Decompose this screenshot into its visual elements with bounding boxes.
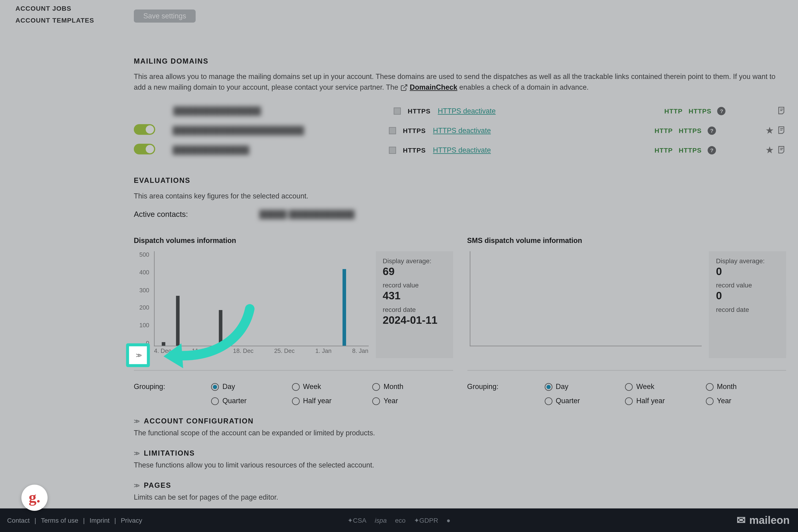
mailing-domains-desc: This area allows you to manage the maili… [134, 71, 786, 93]
x-tick: 18. Dec [233, 347, 253, 358]
chevron-right-icon[interactable]: >> [134, 450, 138, 457]
y-tick: 300 [139, 287, 149, 293]
radio-month[interactable]: Month [706, 382, 786, 391]
active-contacts-value: █████ ████████████ [259, 210, 355, 218]
svg-line-0 [403, 85, 407, 89]
https-deactivate-link[interactable]: HTTPS deactivate [433, 126, 491, 135]
footer-link-terms[interactable]: Terms of use [41, 517, 78, 524]
brand-logo: ✉ maileon [737, 514, 790, 527]
radio-label: Quarter [222, 397, 247, 405]
radio-icon [372, 383, 380, 391]
footer-link-privacy[interactable]: Privacy [121, 517, 142, 524]
grouping-row: Grouping: DayWeekMonthQuarterHalf yearYe… [134, 382, 453, 405]
sidebar-item-account-jobs[interactable]: ACCOUNT JOBS [0, 2, 119, 14]
stat-date: 2024-01-11 [383, 314, 446, 327]
https-checkbox[interactable] [388, 147, 396, 154]
radio-icon [211, 383, 219, 391]
chart-bar [176, 296, 180, 346]
radio-day[interactable]: Day [545, 382, 625, 391]
save-settings-button[interactable]: Save settings [134, 10, 196, 23]
stat-label: Display average: [383, 257, 446, 264]
tutorial-highlight: >> [126, 343, 150, 367]
radio-icon [372, 397, 380, 405]
x-tick: 1. Jan [315, 347, 331, 358]
charts-row: Dispatch volumes information 500 400 300… [134, 235, 786, 405]
sidebar-item-account-templates[interactable]: ACCOUNT TEMPLATES [0, 14, 119, 26]
radio-label: Month [384, 382, 403, 391]
expander-desc: These functions allow you to limit vario… [134, 461, 786, 469]
https-checkbox[interactable] [388, 127, 396, 134]
stat-avg: 0 [716, 266, 779, 278]
stat-record: 431 [383, 290, 446, 302]
radio-label: Week [303, 382, 321, 391]
domain-toggle[interactable] [134, 144, 155, 154]
mail-icon: ✉ [737, 514, 745, 527]
chevron-right-icon[interactable]: >> [134, 482, 138, 489]
radio-week[interactable]: Week [292, 382, 373, 391]
chevron-right-icon[interactable]: >> [134, 418, 138, 425]
footer-link-imprint[interactable]: Imprint [90, 517, 110, 524]
notes-icon[interactable] [777, 106, 786, 116]
radio-year[interactable]: Year [372, 397, 453, 405]
help-icon[interactable]: ? [708, 146, 716, 154]
badge-eco: eco [395, 517, 405, 524]
evaluations-section: EVALUATIONS This area contains key figur… [134, 176, 786, 218]
notes-icon[interactable] [777, 145, 786, 155]
download-icon[interactable] [778, 235, 786, 245]
http-tag: HTTP [665, 107, 683, 114]
table-row: ██████████████ HTTPS HTTPS deactivate HT… [134, 140, 786, 160]
expander-title[interactable]: LIMITATIONS [144, 449, 195, 457]
star-icon[interactable]: ★ [765, 145, 774, 156]
https-tag: HTTPS [689, 107, 711, 114]
help-icon[interactable]: ? [717, 107, 726, 115]
evaluations-title: EVALUATIONS [134, 176, 786, 185]
badge-gdpr: ✦GDPR [414, 516, 438, 524]
https-deactivate-link[interactable]: HTTPS deactivate [433, 146, 491, 154]
expander-title[interactable]: PAGES [144, 481, 171, 490]
radio-quarter[interactable]: Quarter [545, 397, 625, 405]
radio-half-year[interactable]: Half year [292, 397, 373, 405]
https-checkbox[interactable] [394, 107, 401, 114]
expander-title[interactable]: ACCOUNT CONFIGURATION [144, 417, 254, 425]
radio-label: Day [222, 382, 235, 391]
radio-quarter[interactable]: Quarter [211, 397, 292, 405]
radio-label: Year [384, 397, 398, 405]
table-row: ████████████████████████ HTTPS HTTPS dea… [134, 121, 786, 140]
notes-icon[interactable] [777, 125, 786, 136]
help-icon[interactable]: ? [708, 126, 716, 135]
active-contacts-label: Active contacts: [134, 210, 188, 218]
badge-ssl: ● [447, 517, 451, 524]
account-config-section: >> ACCOUNT CONFIGURATION The functional … [134, 417, 786, 437]
main-content: Save settings MAILING DOMAINS This area … [134, 0, 786, 532]
domaincheck-link[interactable]: DomainCheck [410, 83, 457, 92]
http-tag: HTTP [655, 147, 673, 154]
limitations-section: >> LIMITATIONS These functions allow you… [134, 449, 786, 469]
evaluations-desc: This area contains key figures for the s… [134, 191, 786, 202]
pages-section: >> PAGES Limits can be set for pages of … [134, 481, 786, 501]
mailing-domains-title: MAILING DOMAINS [134, 57, 786, 65]
radio-year[interactable]: Year [706, 397, 786, 405]
email-dispatch-chart: Dispatch volumes information 500 400 300… [134, 235, 453, 405]
grouping-row: Grouping: DayWeekMonthQuarterHalf yearYe… [467, 382, 786, 405]
star-icon[interactable]: ★ [765, 125, 774, 136]
radio-label: Year [717, 397, 731, 405]
domain-name: ████████████████████████ [173, 126, 304, 135]
chart-stats: Display average: 69 record value 431 rec… [376, 251, 453, 358]
radio-icon [545, 397, 552, 405]
help-widget-button[interactable]: g. [21, 485, 48, 511]
chart-bar [162, 342, 165, 346]
domain-toggle[interactable] [134, 124, 155, 135]
http-tag: HTTP [655, 127, 673, 134]
radio-icon [625, 397, 633, 405]
radio-icon [292, 383, 300, 391]
footer-link-contact[interactable]: Contact [7, 517, 30, 524]
radio-day[interactable]: Day [211, 382, 292, 391]
radio-week[interactable]: Week [625, 382, 706, 391]
chart-title: SMS dispatch volume information [467, 236, 582, 245]
radio-half-year[interactable]: Half year [625, 397, 706, 405]
download-icon[interactable] [445, 235, 453, 245]
radio-label: Half year [303, 397, 331, 405]
chart-plot [467, 251, 702, 358]
https-deactivate-link[interactable]: HTTPS deactivate [438, 107, 495, 115]
radio-month[interactable]: Month [372, 382, 453, 391]
